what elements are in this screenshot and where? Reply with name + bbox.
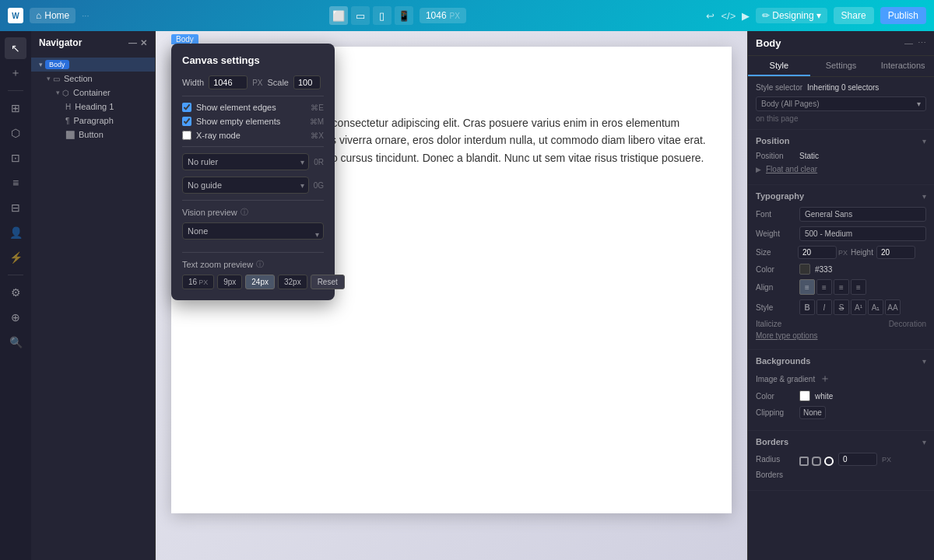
rp-more-type-options[interactable]: More type options xyxy=(756,328,926,343)
logic-icon[interactable]: ⚡ xyxy=(5,247,26,268)
frame-mobile-btn[interactable]: ▯ xyxy=(373,6,392,25)
radius-circle-icon[interactable] xyxy=(824,457,834,466)
rp-float-row: ▶ Float and clear xyxy=(756,165,926,173)
nav-item-section[interactable]: ▾ ▭ Section xyxy=(31,72,155,86)
rp-float-link[interactable]: Float and clear xyxy=(766,165,817,173)
nav-close-icon[interactable]: ✕ xyxy=(140,38,147,48)
rp-color-swatch[interactable] xyxy=(799,264,810,275)
cs-zoom-24px[interactable]: 24px xyxy=(245,275,275,289)
code-btn[interactable]: </> xyxy=(721,10,736,22)
align-justify-btn[interactable]: ≡ xyxy=(851,279,866,295)
rp-size-input[interactable] xyxy=(798,246,837,259)
rp-clipping-select[interactable]: None xyxy=(799,406,826,419)
cs-zoom-16[interactable]: 16 PX xyxy=(182,275,214,289)
rp-more-icon[interactable]: ⋯ xyxy=(918,38,926,48)
italic-btn[interactable]: I xyxy=(816,299,832,315)
rp-borders-row: Borders xyxy=(756,471,926,479)
canvas-size-display[interactable]: 1046 PX xyxy=(420,8,466,23)
search-icon[interactable]: 🔍 xyxy=(5,331,26,353)
ecommerce-icon[interactable]: ⊟ xyxy=(5,197,26,219)
cs-vision-select[interactable]: None xyxy=(182,222,324,240)
rp-height-label: Height xyxy=(851,248,873,257)
topbar-home[interactable]: ⌂ Home xyxy=(30,8,75,23)
rp-typography-arrow[interactable]: ▾ xyxy=(922,192,926,201)
rp-position-arrow[interactable]: ▾ xyxy=(922,137,926,145)
cs-scale-input[interactable] xyxy=(293,75,321,89)
superscript-btn[interactable]: A¹ xyxy=(851,299,866,315)
radius-square-icon[interactable] xyxy=(799,457,809,466)
preview-btn[interactable]: ▶ xyxy=(742,10,750,22)
rp-float-arrow: ▶ xyxy=(756,166,761,173)
rp-weight-select[interactable]: 500 - Medium xyxy=(799,226,926,241)
align-right-btn[interactable]: ≡ xyxy=(834,279,849,295)
components-icon[interactable]: ⊡ xyxy=(5,147,26,169)
align-left-btn[interactable]: ≡ xyxy=(799,279,815,295)
rp-radius-input[interactable] xyxy=(838,453,877,466)
topbar-logo: W xyxy=(8,8,23,23)
canvas-width: 1046 xyxy=(426,10,447,21)
cs-zoom-9px[interactable]: 9px xyxy=(217,275,242,289)
rp-style-selector-value: Inheriting 0 selectors xyxy=(807,83,879,92)
undo-btn[interactable]: ↩ xyxy=(706,10,715,22)
strikethrough-btn[interactable]: S xyxy=(834,299,849,315)
cursor-icon[interactable]: ↖ xyxy=(5,37,26,59)
tab-settings[interactable]: Settings xyxy=(810,56,873,76)
rp-pos-value: Static xyxy=(799,152,819,160)
share-button[interactable]: Share xyxy=(834,7,874,24)
nav-label-section: Section xyxy=(64,74,93,83)
rp-header-icons: — ⋯ xyxy=(904,38,926,48)
cs-xray-checkbox[interactable] xyxy=(182,131,191,140)
rp-height-input[interactable] xyxy=(876,246,915,259)
cs-vision-info: ⓘ xyxy=(241,207,248,218)
rp-bg-color-swatch[interactable] xyxy=(799,390,810,401)
cs-guide-select[interactable]: No guide xyxy=(182,177,309,194)
nav-label-container: Container xyxy=(73,88,111,97)
add-element-icon[interactable]: ＋ xyxy=(5,62,26,84)
cs-show-edges-checkbox[interactable] xyxy=(182,103,191,112)
bold-btn[interactable]: B xyxy=(799,299,815,315)
rp-style-selector-btn[interactable]: Body (All Pages) ▾ xyxy=(756,96,926,111)
subscript-btn[interactable]: A₁ xyxy=(868,299,883,315)
cs-show-empty-checkbox[interactable] xyxy=(182,117,191,126)
caps-btn[interactable]: AA xyxy=(885,299,901,315)
chevron-down-icon: ▾ xyxy=(917,100,921,108)
settings-icon[interactable]: ⚙ xyxy=(5,282,26,303)
cs-zoom-32px[interactable]: 32px xyxy=(278,275,307,289)
pages-icon[interactable]: ⊞ xyxy=(5,97,26,119)
rp-font-select[interactable]: General Sans xyxy=(799,207,926,222)
radius-rounded-icon[interactable] xyxy=(812,457,821,466)
nav-item-button[interactable]: ⬜ Button xyxy=(31,128,155,142)
cs-zoom-label: Text zoom preview ⓘ xyxy=(182,259,324,270)
cs-zoom-reset[interactable]: Reset xyxy=(311,275,345,289)
nav-label-button: Button xyxy=(79,130,104,139)
frame-desktop-btn[interactable]: ⬜ xyxy=(329,6,348,25)
rp-radius-label: Radius xyxy=(756,455,795,464)
rp-typography-section: Typography ▾ Font General Sans Weight 50… xyxy=(748,185,934,350)
cs-title: Canvas settings xyxy=(182,54,324,66)
frame-tablet-btn[interactable]: ▭ xyxy=(351,6,370,25)
topbar-dots: ··· xyxy=(82,11,89,20)
publish-button[interactable]: Publish xyxy=(880,7,926,24)
cs-ruler-select[interactable]: No ruler xyxy=(182,153,309,170)
nav-item-container[interactable]: ▾ ⬡ Container xyxy=(31,86,155,100)
rp-position-section: Position ▾ Position Static ▶ Float and c… xyxy=(748,130,934,185)
cms-icon[interactable]: ≡ xyxy=(5,172,26,194)
align-center-btn[interactable]: ≡ xyxy=(816,279,832,295)
members-icon[interactable]: 👤 xyxy=(5,222,26,243)
assets-icon[interactable]: ⬡ xyxy=(5,122,26,144)
rp-add-gradient-btn[interactable]: ＋ xyxy=(820,372,830,386)
frame-phone-btn[interactable]: 📱 xyxy=(395,6,413,25)
rp-minimize-icon[interactable]: — xyxy=(904,38,913,48)
rp-borders-arrow[interactable]: ▾ xyxy=(922,438,926,446)
nav-minimize-icon[interactable]: — xyxy=(128,38,137,48)
nav-item-body[interactable]: ▾ Body xyxy=(31,58,155,72)
cs-width-input[interactable] xyxy=(209,75,248,89)
rp-backgrounds-arrow[interactable]: ▾ xyxy=(922,357,926,366)
designing-mode[interactable]: ✏ Designing ▾ xyxy=(756,8,827,23)
nav-item-heading[interactable]: H Heading 1 xyxy=(31,100,155,114)
tab-interactions[interactable]: Interactions xyxy=(872,56,934,76)
add-panel-icon[interactable]: ⊕ xyxy=(5,306,26,328)
chevron-down-icon: ▾ xyxy=(816,10,821,21)
tab-style[interactable]: Style xyxy=(748,56,810,76)
nav-item-paragraph[interactable]: ¶ Paragraph xyxy=(31,114,155,128)
